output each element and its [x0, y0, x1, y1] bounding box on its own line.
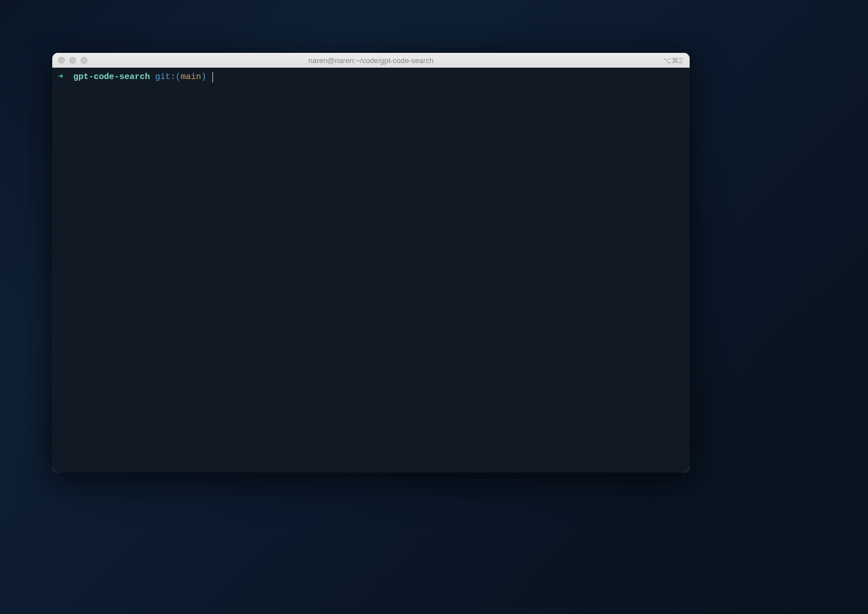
prompt-directory: gpt-code-search — [73, 71, 150, 83]
prompt-git-label: git: — [150, 71, 176, 83]
prompt-git-branch: main — [181, 71, 201, 83]
prompt-arrow-icon: ➜ — [58, 71, 73, 83]
window-title: naren@naren:~/code/gpt-code-search — [308, 56, 433, 65]
window-controls — [58, 57, 87, 64]
close-button[interactable] — [58, 57, 65, 64]
minimize-button[interactable] — [69, 57, 76, 64]
terminal-body[interactable]: ➜ gpt-code-search git: ( main ) — [52, 68, 690, 472]
window-shortcut-label: ⌥⌘2 — [663, 56, 683, 65]
terminal-window: naren@naren:~/code/gpt-code-search ⌥⌘2 ➜… — [52, 53, 690, 472]
prompt-git-paren-open: ( — [176, 71, 181, 83]
cursor-icon — [212, 72, 213, 82]
window-titlebar: naren@naren:~/code/gpt-code-search ⌥⌘2 — [52, 53, 690, 68]
prompt-line: ➜ gpt-code-search git: ( main ) — [58, 71, 684, 83]
prompt-git-paren-close: ) — [201, 71, 206, 83]
maximize-button[interactable] — [81, 57, 87, 64]
prompt-input-text — [206, 71, 211, 83]
